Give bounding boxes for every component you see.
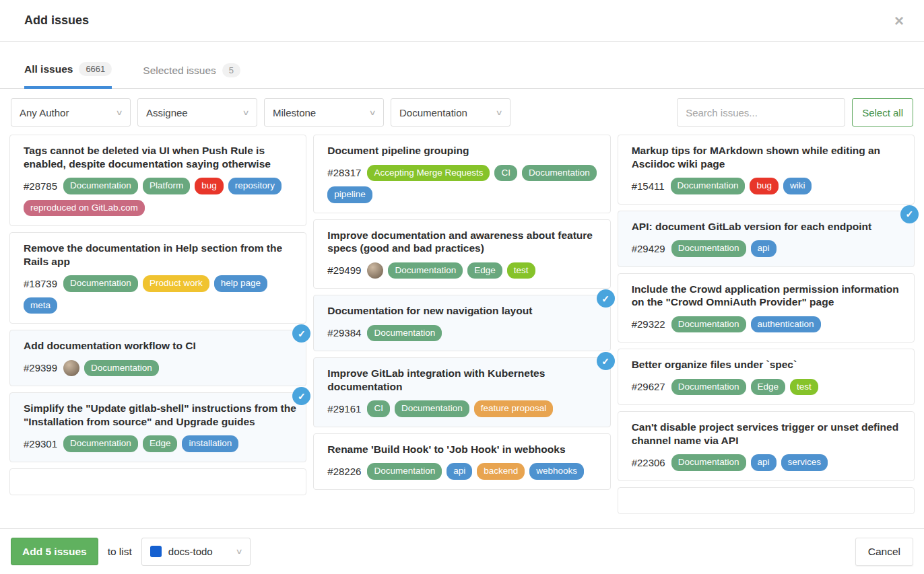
issue-meta-row: #28226Documentationapibackendwebhooks [327, 463, 600, 480]
label-filter-value: Documentation [399, 107, 467, 118]
filter-bar: Any Author ∨ Assignee ∨ Milestone ∨ Docu… [11, 98, 913, 127]
issue-meta-row: #29161CIDocumentationfeature proposal [327, 400, 600, 417]
issue-meta-row: #29429Documentationapi [632, 240, 904, 257]
to-list-label: to list [108, 546, 132, 558]
issue-card[interactable]: Remove the documentation in Help section… [9, 232, 306, 324]
selected-check-icon: ✓ [597, 352, 615, 370]
issue-card-partial[interactable] [9, 468, 306, 495]
issue-id: #22306 [632, 457, 665, 468]
issue-meta-row: #15411Documentationbugwiki [632, 178, 904, 194]
issue-card[interactable]: Tags cannot be deleted via UI when Push … [9, 135, 306, 226]
close-icon[interactable]: × [894, 13, 904, 29]
issue-card[interactable]: Can't disable project services trigger o… [618, 411, 915, 481]
issue-label: Platform [143, 178, 190, 194]
issue-label: meta [24, 297, 57, 314]
issue-id: #15411 [632, 180, 665, 192]
author-filter-dropdown[interactable]: Any Author ∨ [11, 98, 131, 127]
issue-label: test [790, 379, 818, 396]
tab-selected-issues[interactable]: Selected issues 5 [143, 62, 240, 89]
page-title: Add issues [24, 13, 89, 28]
list-color-swatch [150, 546, 162, 557]
issue-title: Remove the documentation in Help section… [24, 242, 296, 268]
assignee-avatar [63, 360, 79, 376]
issue-card[interactable]: ✓Add documentation workflow to CI#29399D… [9, 330, 306, 386]
issue-card[interactable]: ✓API: document GitLab version for each e… [618, 211, 915, 267]
issue-label: Documentation [522, 165, 597, 182]
modal-footer: Add 5 issues to list docs-todo ∨ Cancel [0, 528, 924, 574]
issues-board: Tags cannot be deleted via UI when Push … [0, 135, 924, 524]
issue-title: Markup tips for MArkdown shown while edi… [632, 144, 904, 170]
issue-meta-row: #28317Accepting Merge RequestsCIDocument… [327, 165, 600, 203]
issue-label: bug [195, 178, 224, 194]
tab-all-issues[interactable]: All issues 6661 [24, 62, 112, 89]
select-all-button[interactable]: Select all [852, 98, 913, 127]
issue-card[interactable]: ✓Simplify the "Update gitlab-shell" inst… [9, 392, 306, 462]
issue-meta-row: #28785DocumentationPlatformbugrepository… [24, 178, 296, 216]
issue-label: test [507, 262, 535, 279]
selected-check-icon: ✓ [597, 289, 615, 308]
milestone-filter-dropdown[interactable]: Milestone ∨ [264, 98, 384, 127]
assignee-avatar [367, 262, 383, 279]
issue-card[interactable]: Better organize files under `spec`#29627… [618, 349, 915, 405]
issues-column-3: Markup tips for MArkdown shown while edi… [618, 135, 915, 524]
chevron-down-icon: ∨ [368, 108, 376, 117]
chevron-down-icon: ∨ [495, 108, 502, 117]
issue-title: API: document GitLab version for each en… [632, 220, 904, 234]
issue-label: pipeline [327, 186, 372, 203]
issue-meta-row: #29301DocumentationEdgeinstallation [24, 435, 296, 452]
issue-id: #28785 [24, 180, 57, 192]
issue-label: CI [367, 400, 390, 417]
issue-label: reproduced on GitLab.com [24, 200, 145, 217]
issue-card-partial[interactable] [618, 487, 915, 514]
issue-id: #29161 [327, 403, 361, 415]
label-filter-dropdown[interactable]: Documentation ∨ [391, 98, 510, 127]
issue-title: Include the Crowd application permission… [632, 283, 904, 309]
issue-card[interactable]: Markup tips for MArkdown shown while edi… [618, 135, 915, 205]
issue-title: Tags cannot be deleted via UI when Push … [24, 144, 296, 170]
assignee-filter-dropdown[interactable]: Assignee ∨ [137, 98, 257, 127]
issue-id: #28317 [327, 167, 361, 178]
cancel-button[interactable]: Cancel [855, 538, 913, 566]
issue-meta-row: #29499DocumentationEdgetest [327, 262, 600, 279]
issue-title: Can't disable project services trigger o… [632, 421, 904, 447]
list-select-dropdown[interactable]: docs-todo ∨ [141, 538, 251, 566]
issue-label: repository [228, 178, 282, 194]
issue-label: help page [214, 275, 267, 292]
issue-label: Documentation [367, 463, 442, 480]
issue-label: Documentation [671, 240, 746, 257]
issue-label: Documentation [367, 325, 442, 342]
search-input[interactable] [677, 98, 845, 127]
issue-id: #29384 [327, 327, 361, 338]
issue-label: Documentation [388, 262, 463, 279]
issue-meta-row: #22306Documentationapiservices [632, 454, 904, 471]
issue-meta-row: #29399Documentation [24, 360, 296, 377]
tab-all-issues-label: All issues [24, 63, 73, 75]
issue-title: Documentation for new navigation layout [327, 304, 600, 318]
chevron-down-icon: ∨ [242, 108, 249, 117]
list-select-value: docs-todo [168, 546, 213, 557]
tab-bar: All issues 6661 Selected issues 5 [0, 42, 924, 89]
issue-label: Documentation [63, 275, 138, 292]
issue-card[interactable]: Rename 'Build Hook' to 'Job Hook' in web… [313, 433, 610, 490]
issue-card[interactable]: ✓Improve GitLab integration with Kuberne… [313, 357, 610, 427]
author-filter-value: Any Author [20, 107, 69, 118]
issue-id: #29322 [632, 318, 665, 330]
issue-label: Accepting Merge Requests [367, 165, 490, 182]
issue-label: api [447, 463, 472, 480]
issue-card[interactable]: Document pipeline grouping#28317Acceptin… [313, 135, 610, 213]
issue-label: bug [750, 178, 779, 194]
issue-id: #29429 [632, 243, 665, 254]
issue-card[interactable]: Include the Crowd application permission… [618, 273, 915, 343]
issue-card[interactable]: ✓Documentation for new navigation layout… [313, 295, 610, 351]
issue-label: api [751, 240, 777, 257]
tab-all-issues-count: 6661 [79, 62, 112, 76]
chevron-down-icon: ∨ [115, 108, 123, 117]
issue-title: Rename 'Build Hook' to 'Job Hook' in web… [327, 443, 600, 456]
issue-card[interactable]: Improve documentation and awareness abou… [313, 219, 610, 289]
issue-label: feature proposal [474, 400, 554, 417]
issue-label: CI [494, 165, 517, 182]
add-issues-button[interactable]: Add 5 issues [11, 538, 98, 565]
issue-id: #18739 [24, 278, 57, 289]
issue-label: Documentation [84, 360, 159, 377]
issue-title: Improve documentation and awareness abou… [327, 229, 600, 255]
